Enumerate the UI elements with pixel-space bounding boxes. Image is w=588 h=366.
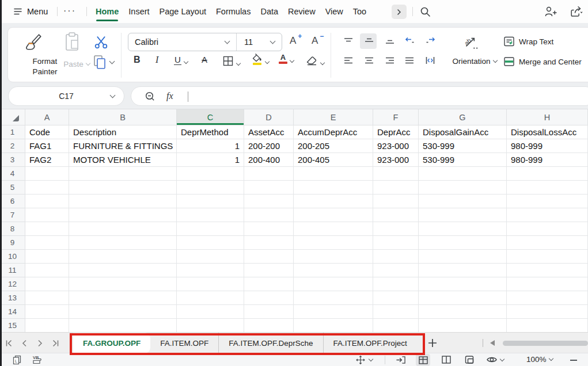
cell-G8[interactable] [419, 222, 507, 236]
paste-button[interactable] [64, 32, 80, 52]
cell-H1[interactable]: DisposalLossAcc [507, 125, 588, 139]
sheet-tab-FA.ITEM.OPF.DeprSche[interactable]: FA.ITEM.OPF.DeprSche [218, 333, 323, 353]
cell-B2[interactable]: FURNITURE & FITTINGS [69, 139, 177, 153]
cell-F5[interactable] [373, 181, 419, 195]
fill-color-button[interactable] [251, 54, 269, 65]
column-header-B[interactable]: B [69, 109, 177, 125]
font-color-button[interactable]: A [279, 54, 294, 64]
goto-button[interactable] [395, 355, 407, 365]
row-header-6[interactable]: 6 [0, 195, 25, 208]
cell-H8[interactable] [507, 222, 588, 236]
cell-G11[interactable] [419, 264, 507, 277]
column-header-G[interactable]: G [419, 109, 507, 125]
cell-D5[interactable] [244, 181, 294, 195]
strikethrough-button[interactable]: A [202, 55, 207, 64]
cell-G1[interactable]: DisposalGainAcc [419, 125, 507, 139]
cell-B14[interactable] [69, 305, 177, 319]
cell-A6[interactable] [25, 195, 69, 208]
cell-A15[interactable] [25, 319, 69, 333]
cell-D15[interactable] [244, 319, 294, 333]
cell-D9[interactable] [244, 236, 294, 250]
chevron-down-icon[interactable] [369, 357, 373, 361]
chevron-down-icon[interactable] [548, 356, 553, 361]
cell-E3[interactable]: 200-405 [294, 153, 373, 167]
cell-F6[interactable] [373, 195, 419, 208]
cell-E12[interactable] [294, 277, 373, 291]
cell-E10[interactable] [294, 250, 373, 264]
cell-F9[interactable] [373, 236, 419, 250]
sheet-tab-FA.ITEM.OPF.Project[interactable]: FA.ITEM.OPF.Project [323, 333, 417, 353]
cell-D3[interactable]: 200-400 [244, 153, 294, 167]
cell-A11[interactable] [25, 264, 69, 277]
cell-H6[interactable] [507, 195, 588, 208]
cell-H4[interactable] [507, 167, 588, 181]
cell-G3[interactable]: 530-999 [419, 153, 507, 167]
cell-A3[interactable]: FAG2 [25, 153, 69, 167]
normal-view-button[interactable] [416, 354, 430, 366]
chevron-down-icon[interactable] [184, 59, 188, 64]
orientation-button-icon-area[interactable]: ab [462, 33, 480, 51]
cell-B3[interactable]: MOTOR VEHICHLE [69, 153, 177, 167]
cell-D10[interactable] [244, 250, 294, 264]
bold-button[interactable]: B [134, 55, 141, 65]
cell-E6[interactable] [294, 195, 373, 208]
menu-button[interactable]: Menu [13, 0, 48, 23]
cell-F14[interactable] [373, 305, 419, 319]
cell-D11[interactable] [244, 264, 294, 277]
column-header-H[interactable]: H [507, 109, 588, 125]
decrease-font-button[interactable]: A− [312, 35, 318, 47]
cell-E5[interactable] [294, 181, 373, 195]
cell-C2[interactable]: 1 [177, 139, 244, 153]
cell-D8[interactable] [244, 222, 294, 236]
cell-D13[interactable] [244, 291, 294, 305]
share-button[interactable] [569, 5, 584, 18]
merge-and-center-button[interactable]: Merge and Center [503, 56, 582, 67]
orientation-button[interactable]: Orientation [443, 57, 506, 66]
menu-tab-page-layout[interactable]: Page Layout [160, 0, 206, 23]
italic-button[interactable]: I [155, 55, 158, 65]
cell-A7[interactable] [25, 208, 69, 222]
eraser-button[interactable] [305, 55, 324, 66]
search-button[interactable] [419, 6, 431, 18]
cell-E15[interactable] [294, 319, 373, 333]
zoom-out-button[interactable] [569, 356, 578, 365]
column-header-C[interactable]: C [177, 109, 244, 125]
cell-C13[interactable] [177, 291, 244, 305]
cell-F7[interactable] [373, 208, 419, 222]
cell-B8[interactable] [69, 222, 177, 236]
cell-H13[interactable] [507, 291, 588, 305]
cell-F13[interactable] [373, 291, 419, 305]
cell-H5[interactable] [507, 181, 588, 195]
copy-button[interactable] [92, 54, 114, 70]
cell-B15[interactable] [69, 319, 177, 333]
row-header-15[interactable]: 15 [0, 319, 25, 333]
cell-G7[interactable] [419, 208, 507, 222]
cell-B4[interactable] [69, 167, 177, 181]
cell-C4[interactable] [177, 167, 244, 181]
align-left-button[interactable] [343, 56, 354, 65]
prev-sheet-button[interactable] [20, 339, 29, 348]
font-family-select[interactable]: Calibri [128, 33, 237, 51]
cell-F1[interactable]: DeprAcc [373, 125, 419, 139]
cell-G15[interactable] [419, 319, 507, 333]
cell-G5[interactable] [419, 181, 507, 195]
cell-B12[interactable] [69, 277, 177, 291]
cell-E7[interactable] [294, 208, 373, 222]
sheet-tab-FA.ITEM.OPF[interactable]: FA.ITEM.OPF [150, 333, 218, 353]
formula-bar[interactable]: fx [131, 86, 588, 106]
font-size-select[interactable]: 11 [237, 33, 282, 51]
row-header-4[interactable]: 4 [0, 167, 25, 181]
align-middle-button[interactable] [364, 36, 374, 45]
cell-A13[interactable] [25, 291, 69, 305]
cell-G9[interactable] [419, 236, 507, 250]
row-header-10[interactable]: 10 [0, 250, 25, 264]
cell-D2[interactable]: 200-200 [244, 139, 294, 153]
cell-B10[interactable] [69, 250, 177, 264]
justify-button[interactable] [404, 56, 415, 65]
cell-H12[interactable] [507, 277, 588, 291]
cell-H3[interactable]: 980-999 [507, 153, 588, 167]
cell-B13[interactable] [69, 291, 177, 305]
cell-B7[interactable] [69, 208, 177, 222]
row-header-3[interactable]: 3 [0, 153, 25, 167]
row-header-2[interactable]: 2 [0, 139, 25, 153]
